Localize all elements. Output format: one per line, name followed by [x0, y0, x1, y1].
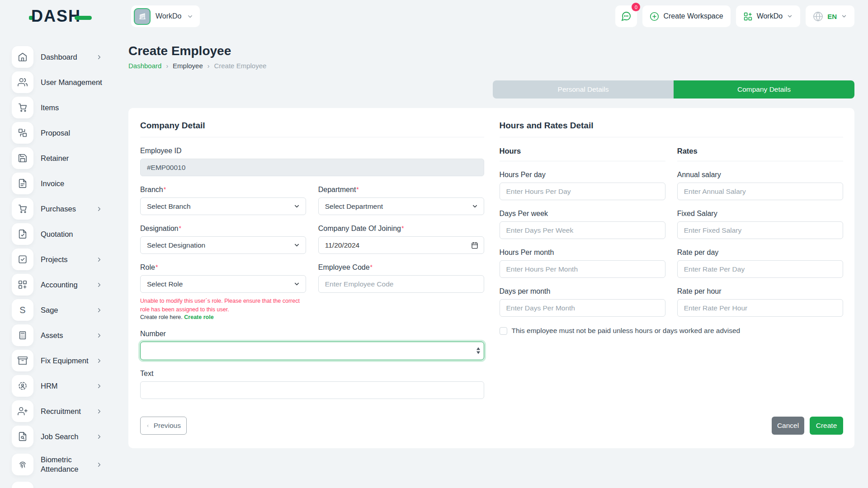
employee-code-field[interactable] [318, 275, 484, 293]
create-role-link[interactable]: Create role [184, 314, 213, 320]
role-select[interactable]: Select Role [140, 275, 306, 293]
chat-badge: 0 [632, 3, 640, 11]
number-field[interactable] [140, 342, 484, 360]
text-field[interactable] [140, 381, 484, 399]
chevron-down-icon [293, 242, 300, 249]
chevron-down-icon [787, 13, 793, 19]
chevron-right-icon [96, 256, 103, 263]
days-per-month-field[interactable] [500, 299, 665, 317]
cancel-button[interactable]: Cancel [772, 417, 804, 435]
user-plus-icon [12, 400, 33, 422]
sidebar-item-invoice[interactable]: Invoice [12, 171, 115, 196]
rate-per-day-field[interactable] [677, 260, 843, 278]
hours-per-month-field[interactable] [500, 260, 665, 278]
form-step-tabs: Personal Details Company Details [493, 80, 854, 99]
role-label: Role* [140, 263, 306, 272]
chevron-down-icon [293, 281, 300, 287]
sidebar-item-assets[interactable]: Assets [12, 323, 115, 348]
language-selector[interactable]: EN [806, 5, 854, 27]
chevron-left-icon [146, 422, 150, 429]
home-icon [12, 46, 33, 68]
cart-icon [12, 198, 33, 220]
sidebar-item-proposal[interactable]: Proposal [12, 120, 115, 145]
file-check-icon [12, 223, 33, 245]
hours-rates-heading: Hours and Rates Detail [500, 121, 844, 137]
sidebar-item-procurement[interactable]: Procurement [12, 480, 115, 488]
create-employee-card: Company Detail Employee ID Branch* Selec… [128, 108, 854, 448]
previous-button[interactable]: Previous [140, 417, 187, 435]
sidebar-item-retainer[interactable]: Retainer [12, 145, 115, 171]
days-per-week-label: Days Per week [500, 210, 665, 218]
company-detail-heading: Company Detail [140, 121, 484, 137]
breadcrumb-dashboard-link[interactable]: Dashboard [128, 62, 161, 70]
chevron-right-icon [96, 461, 103, 468]
swap-grid-icon [12, 122, 33, 144]
rates-subheading: Rates [677, 147, 843, 161]
sidebar-item-hrm[interactable]: HRM [12, 373, 115, 399]
chevron-right-icon [96, 79, 103, 86]
annual-salary-label: Annual salary [677, 171, 843, 179]
archive-icon [12, 350, 33, 371]
rate-per-hour-field[interactable] [677, 299, 843, 317]
tab-company-details[interactable]: Company Details [674, 80, 854, 99]
sidebar-item-accounting[interactable]: Accounting [12, 272, 115, 297]
workspace-name: WorkDo [156, 12, 182, 20]
department-select[interactable]: Select Department [318, 197, 484, 215]
chevron-right-icon [96, 408, 103, 415]
sidebar-item-biometric-attendance[interactable]: Biometric Attendance [12, 449, 115, 480]
workspace-menu-button[interactable]: WorkDo [736, 5, 801, 27]
fixed-salary-field[interactable] [677, 221, 843, 239]
number-stepper[interactable] [476, 347, 480, 354]
calculator-icon [12, 324, 33, 346]
rate-per-hour-label: Rate per hour [677, 287, 843, 296]
role-error-message: Unable to modify this user`s role. Pleas… [140, 297, 306, 314]
users-icon [12, 71, 33, 93]
days-per-week-field[interactable] [500, 221, 665, 239]
sidebar-item-job-search[interactable]: Job Search [12, 424, 115, 449]
fixed-salary-label: Fixed Salary [677, 210, 843, 218]
topbar-actions: 0 Create Workspace WorkDo [615, 5, 854, 27]
create-workspace-button[interactable]: Create Workspace [642, 5, 730, 27]
sidebar-item-purchases[interactable]: Purchases [12, 196, 115, 221]
date-of-joining-field[interactable]: 11/20/2024 [318, 236, 484, 254]
chevron-down-icon [187, 13, 193, 20]
sidebar-item-sage[interactable]: S Sage [12, 297, 115, 323]
messages-button[interactable]: 0 [615, 5, 637, 27]
calendar-icon[interactable] [471, 242, 478, 249]
percent-icon [12, 482, 33, 488]
chevron-down-icon [472, 203, 478, 210]
must-not-be-paid-checkbox[interactable] [500, 327, 507, 335]
chevron-right-icon [96, 54, 103, 61]
sidebar-item-items[interactable]: Items [12, 95, 115, 120]
chevron-right-icon [96, 433, 103, 440]
employee-id-field [140, 159, 484, 176]
app-root: DASH WorkDo 0 [0, 0, 868, 488]
chevron-right-icon [96, 206, 103, 212]
hours-per-month-label: Hours Per month [500, 249, 665, 257]
logo-accent-dash [75, 16, 92, 20]
breadcrumb-current: Create Employee [214, 62, 266, 70]
sidebar-item-dashboard[interactable]: Dashboard [12, 44, 115, 70]
sidebar-item-quotation[interactable]: Quotation [12, 221, 115, 247]
employee-id-label: Employee ID [140, 147, 484, 155]
sidebar-item-projects[interactable]: Projects [12, 247, 115, 272]
role-hint: Create role here. Create role [140, 314, 306, 320]
annual-salary-field[interactable] [677, 183, 843, 200]
create-workspace-label: Create Workspace [663, 12, 723, 20]
branch-label: Branch* [140, 186, 306, 194]
chevron-down-icon [841, 13, 847, 19]
sidebar-item-fix-equipment[interactable]: Fix Equipment [12, 348, 115, 373]
grid-plus-icon [743, 12, 753, 21]
rates-column: Rates Annual salary Fixed Salary Rate pe… [677, 137, 843, 317]
sidebar-item-recruitment[interactable]: Recruitment [12, 399, 115, 424]
branch-select[interactable]: Select Branch [140, 197, 306, 215]
date-of-joining-label: Company Date Of Joining* [318, 225, 484, 233]
hours-rates-pane: Hours and Rates Detail Hours Hours Per d… [500, 121, 844, 435]
file-search-icon [12, 426, 33, 447]
designation-select[interactable]: Select Designation [140, 236, 306, 254]
sidebar-item-user-management[interactable]: User Management [12, 70, 115, 95]
create-button[interactable]: Create [810, 417, 843, 435]
tab-personal-details[interactable]: Personal Details [493, 80, 674, 99]
hours-per-day-field[interactable] [500, 183, 665, 200]
workspace-selector[interactable]: WorkDo [131, 5, 200, 27]
